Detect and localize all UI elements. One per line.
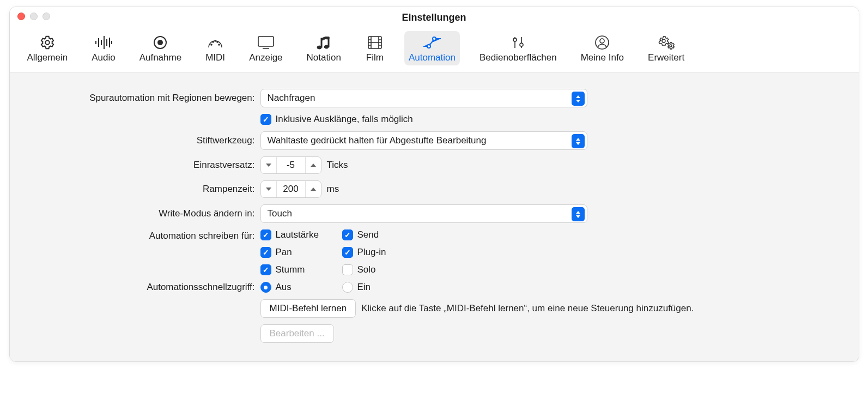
stepper-decrement[interactable] — [261, 156, 276, 174]
checkbox-label: Lautstärke — [276, 229, 319, 240]
checkbox-solo[interactable]: Solo — [342, 264, 424, 275]
gear-icon — [38, 34, 57, 51]
unit-ms: ms — [327, 184, 339, 195]
label-ramp-time: Rampenzeit: — [21, 184, 260, 195]
svg-point-32 — [433, 37, 436, 40]
svg-point-11 — [213, 41, 214, 43]
label-snap-offset: Einrastversatz: — [21, 160, 260, 171]
checkbox-icon — [342, 264, 353, 275]
checkbox-pan[interactable]: Pan — [260, 247, 342, 258]
checkbox-label: Solo — [357, 264, 376, 275]
svg-point-39 — [662, 39, 665, 43]
user-circle-icon — [592, 34, 612, 51]
window-title: Einstellungen — [402, 12, 466, 23]
tab-label: Film — [366, 52, 384, 63]
select-write-mode[interactable]: Touch — [260, 204, 587, 223]
film-icon — [365, 34, 385, 51]
tab-notation[interactable]: Notation — [302, 31, 345, 65]
stepper-snap-offset[interactable]: -5 — [260, 156, 321, 174]
midi-gauge-icon — [205, 34, 225, 51]
record-icon — [150, 34, 170, 51]
tab-label: Audio — [92, 52, 115, 63]
svg-point-10 — [211, 44, 212, 45]
tab-film[interactable]: Film — [361, 31, 389, 65]
tab-my-info[interactable]: Meine Info — [576, 31, 628, 65]
checkbox-plugin[interactable]: Plug-in — [342, 247, 424, 258]
tab-display[interactable]: Anzeige — [245, 31, 287, 65]
checkbox-send[interactable]: Send — [342, 229, 424, 240]
radio-quick-off[interactable]: Aus — [260, 282, 342, 293]
svg-point-12 — [215, 40, 216, 41]
notes-icon — [314, 34, 333, 51]
automation-icon — [422, 34, 442, 51]
tab-label: Aufnahme — [139, 52, 182, 63]
checkbox-include-decay[interactable]: Inklusive Ausklänge, falls möglich — [260, 114, 413, 125]
tab-label: Automation — [409, 52, 456, 63]
stepper-value[interactable]: -5 — [276, 156, 306, 174]
stepper-decrement[interactable] — [261, 180, 276, 198]
label-move-track-automation: Spurautomation mit Regionen bewegen: — [21, 93, 260, 104]
tab-label: Allgemein — [27, 52, 68, 63]
tab-general[interactable]: Allgemein — [23, 31, 72, 65]
checkbox-label: Inklusive Ausklänge, falls möglich — [276, 114, 413, 125]
window-controls — [17, 13, 50, 20]
button-edit[interactable]: Bearbeiten ... — [260, 324, 334, 343]
radio-quick-on[interactable]: Ein — [342, 282, 424, 293]
checkbox-icon — [260, 247, 271, 258]
tab-advanced[interactable]: Erweitert — [644, 31, 689, 65]
svg-point-0 — [45, 40, 50, 45]
checkbox-label: Pan — [276, 247, 292, 258]
svg-point-14 — [218, 44, 220, 45]
tab-record[interactable]: Aufnahme — [135, 31, 186, 65]
svg-rect-15 — [258, 37, 274, 46]
tab-automation[interactable]: Automation — [404, 31, 460, 65]
tab-label: Meine Info — [581, 52, 624, 63]
updown-icon — [572, 134, 585, 148]
svg-point-35 — [513, 38, 517, 41]
preferences-window: Einstellungen Allgemein Audio Aufnahme M… — [9, 7, 859, 362]
select-move-track-automation[interactable]: Nachfragen — [260, 89, 587, 107]
button-label: MIDI-Befehl lernen — [270, 303, 347, 314]
svg-point-36 — [520, 43, 523, 46]
select-value: Touch — [268, 208, 292, 219]
button-learn-midi-command[interactable]: MIDI-Befehl lernen — [260, 299, 356, 318]
updown-icon — [572, 92, 585, 106]
radio-icon — [342, 282, 353, 293]
tab-label: Anzeige — [249, 52, 282, 63]
svg-point-40 — [670, 45, 672, 47]
checkbox-icon — [342, 229, 353, 240]
sliders-icon — [508, 34, 528, 51]
stepper-increment[interactable] — [306, 180, 321, 198]
select-value: Wahltaste gedrückt halten für Abgestufte… — [268, 135, 487, 146]
button-label: Bearbeiten ... — [270, 328, 325, 339]
checkbox-icon — [342, 247, 353, 258]
learn-hint-text: Klicke auf die Taste „MIDI-Befehl lernen… — [361, 303, 694, 314]
zoom-window-button[interactable] — [43, 13, 50, 20]
svg-point-38 — [600, 39, 604, 43]
checkbox-icon — [260, 114, 271, 125]
tab-midi[interactable]: MIDI — [201, 31, 229, 65]
label-pencil-tool: Stiftwerkzeug: — [21, 135, 260, 146]
checkbox-volume[interactable]: Lautstärke — [260, 229, 342, 240]
radio-label: Aus — [276, 282, 292, 293]
monitor-icon — [256, 34, 276, 51]
checkbox-mute[interactable]: Stumm — [260, 264, 342, 275]
close-window-button[interactable] — [17, 13, 25, 20]
tab-control-surfaces[interactable]: Bedienoberflächen — [475, 31, 561, 65]
checkbox-icon — [260, 229, 271, 240]
tab-audio[interactable]: Audio — [87, 31, 119, 65]
radio-label: Ein — [357, 282, 371, 293]
checkbox-label: Plug-in — [357, 247, 386, 258]
stepper-ramp-time[interactable]: 200 — [260, 180, 321, 198]
select-value: Nachfragen — [268, 93, 315, 104]
checkbox-icon — [260, 264, 271, 275]
unit-ticks: Ticks — [327, 160, 348, 171]
double-gear-icon — [657, 34, 676, 51]
stepper-value[interactable]: 200 — [276, 180, 306, 198]
minimize-window-button[interactable] — [30, 13, 38, 20]
select-pencil-tool[interactable]: Wahltaste gedrückt halten für Abgestufte… — [260, 131, 587, 150]
svg-point-13 — [217, 41, 218, 43]
svg-point-9 — [157, 40, 163, 45]
label-write-mode: Write-Modus ändern in: — [21, 208, 260, 219]
stepper-increment[interactable] — [306, 156, 321, 174]
